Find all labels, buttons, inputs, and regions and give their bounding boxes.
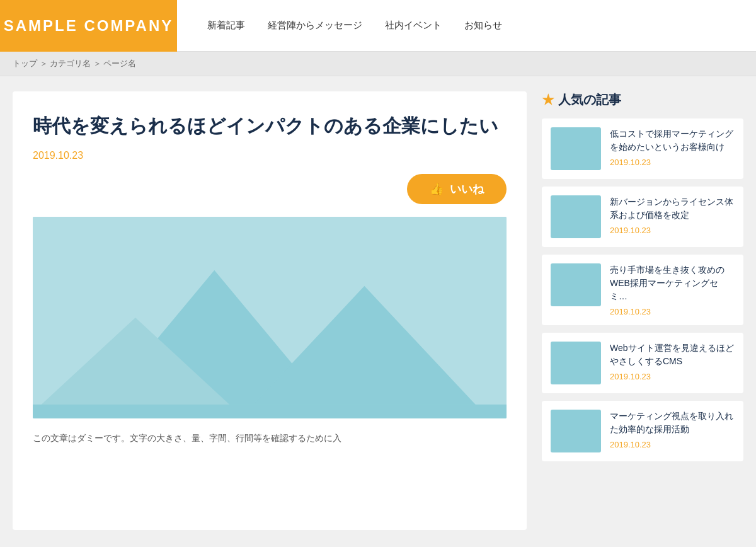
sidebar-card-title-4: マーケティング視点を取り入れた効率的な採用活動 bbox=[610, 410, 735, 436]
star-icon: ★ bbox=[542, 92, 554, 108]
main-wrapper: 時代を変えられるほどインパクトのある企業にしたい 2019.10.23 👍 いい… bbox=[0, 76, 756, 545]
sidebar-thumb-0 bbox=[551, 127, 601, 170]
sidebar-card-2[interactable]: 売り手市場を生き抜く攻めのWEB採用マーケティングセミ… 2019.10.23 bbox=[542, 255, 743, 325]
sidebar-thumb-4 bbox=[551, 410, 601, 452]
svg-rect-4 bbox=[33, 405, 507, 418]
sidebar-card-0[interactable]: 低コストで採用マーケティングを始めたいというお客様向け 2019.10.23 bbox=[542, 118, 743, 179]
like-button-row: 👍 いいね bbox=[33, 174, 507, 204]
sidebar-card-content-1: 新バージョンからライセンス体系および価格を改定 2019.10.23 bbox=[610, 195, 735, 235]
header: SAMPLE COMPANY 新着記事 経営陣からメッセージ 社内イベント お知… bbox=[0, 0, 756, 52]
sidebar-thumb-3 bbox=[551, 342, 601, 384]
sidebar-card-title-1: 新バージョンからライセンス体系および価格を改定 bbox=[610, 195, 735, 222]
sidebar-card-date-2: 2019.10.23 bbox=[610, 307, 735, 316]
sidebar-card-date-3: 2019.10.23 bbox=[610, 372, 735, 381]
sidebar: ★ 人気の記事 低コストで採用マーケティングを始めたいというお客様向け 2019… bbox=[542, 91, 743, 530]
main-nav: 新着記事 経営陣からメッセージ 社内イベント お知らせ bbox=[177, 20, 502, 32]
nav-item-keiei[interactable]: 経営陣からメッセージ bbox=[268, 20, 362, 32]
like-label: いいね bbox=[450, 181, 484, 197]
sidebar-card-date-0: 2019.10.23 bbox=[610, 158, 735, 167]
sidebar-thumb-2 bbox=[551, 263, 601, 306]
sidebar-card-content-3: Webサイト運営を見違えるほどやさしくするCMS 2019.10.23 bbox=[610, 342, 735, 381]
sidebar-card-content-0: 低コストで採用マーケティングを始めたいというお客様向け 2019.10.23 bbox=[610, 127, 735, 167]
article-body: この文章はダミーです。文字の大きさ、量、字間、行間等を確認するために入 bbox=[33, 431, 507, 446]
sidebar-thumb-1 bbox=[551, 195, 601, 238]
sidebar-card-content-4: マーケティング視点を取り入れた効率的な採用活動 2019.10.23 bbox=[610, 410, 735, 449]
article-section: 時代を変えられるほどインパクトのある企業にしたい 2019.10.23 👍 いい… bbox=[13, 91, 527, 530]
breadcrumb-text: トップ ＞ カテゴリ名 ＞ ページ名 bbox=[13, 59, 136, 68]
article-image bbox=[33, 217, 507, 418]
sidebar-card-title-0: 低コストで採用マーケティングを始めたいというお客様向け bbox=[610, 127, 735, 154]
article-date: 2019.10.23 bbox=[33, 150, 507, 161]
sidebar-card-title-2: 売り手市場を生き抜く攻めのWEB採用マーケティングセミ… bbox=[610, 263, 735, 303]
sidebar-title-text: 人気の記事 bbox=[558, 91, 621, 108]
like-button[interactable]: 👍 いいね bbox=[407, 174, 507, 204]
nav-item-event[interactable]: 社内イベント bbox=[385, 20, 442, 32]
sidebar-card-3[interactable]: Webサイト運営を見違えるほどやさしくするCMS 2019.10.23 bbox=[542, 333, 743, 393]
article-title: 時代を変えられるほどインパクトのある企業にしたい bbox=[33, 112, 507, 140]
sidebar-card-content-2: 売り手市場を生き抜く攻めのWEB採用マーケティングセミ… 2019.10.23 bbox=[610, 263, 735, 316]
sidebar-card-date-1: 2019.10.23 bbox=[610, 226, 735, 235]
sidebar-title: ★ 人気の記事 bbox=[542, 91, 743, 108]
sidebar-card-title-3: Webサイト運営を見違えるほどやさしくするCMS bbox=[610, 342, 735, 368]
nav-item-oshirase[interactable]: お知らせ bbox=[464, 20, 502, 32]
sidebar-card-4[interactable]: マーケティング視点を取り入れた効率的な採用活動 2019.10.23 bbox=[542, 401, 743, 461]
logo-text: SAMPLE COMPANY bbox=[4, 17, 174, 35]
thumbs-up-icon: 👍 bbox=[430, 182, 444, 196]
logo-block: SAMPLE COMPANY bbox=[0, 0, 177, 52]
sidebar-card-1[interactable]: 新バージョンからライセンス体系および価格を改定 2019.10.23 bbox=[542, 187, 743, 247]
sidebar-card-date-4: 2019.10.23 bbox=[610, 440, 735, 449]
nav-item-shinchaku[interactable]: 新着記事 bbox=[207, 20, 245, 32]
breadcrumb: トップ ＞ カテゴリ名 ＞ ページ名 bbox=[0, 52, 756, 76]
